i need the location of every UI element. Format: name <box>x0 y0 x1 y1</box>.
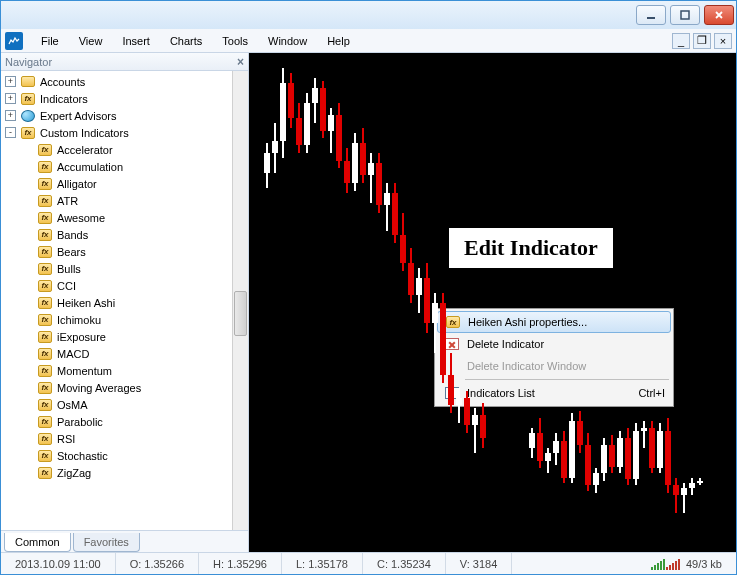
menu-item-properties[interactable]: fx Heiken Ashi properties... <box>437 311 671 333</box>
menu-tools[interactable]: Tools <box>212 32 258 50</box>
expand-icon[interactable]: + <box>5 93 16 104</box>
app-icon <box>5 32 23 50</box>
tree-item[interactable]: fxATR <box>1 192 232 209</box>
tree-item[interactable]: fxZigZag <box>1 464 232 481</box>
context-menu: fx Heiken Ashi properties... Delete Indi… <box>434 308 674 407</box>
tree-item[interactable]: fxiExposure <box>1 328 232 345</box>
tree-item[interactable]: fxOsMA <box>1 396 232 413</box>
scrollbar-thumb[interactable] <box>234 291 247 336</box>
menubar: File View Insert Charts Tools Window Hel… <box>1 29 736 53</box>
tree-item[interactable]: fxParabolic <box>1 413 232 430</box>
fx-icon: fx <box>37 296 53 310</box>
tree-item[interactable]: -fxCustom Indicators <box>1 124 232 141</box>
tree-item[interactable]: fxBands <box>1 226 232 243</box>
tree-item[interactable]: fxMoving Averages <box>1 379 232 396</box>
fx-icon: fx <box>20 126 36 140</box>
candle <box>553 441 559 453</box>
fx-icon: fx <box>37 177 53 191</box>
tree-item[interactable]: +fxIndicators <box>1 90 232 107</box>
tree-item-label: RSI <box>57 433 75 445</box>
candle <box>681 488 687 495</box>
navigator-header: Navigator × <box>1 53 248 71</box>
candle <box>432 303 438 323</box>
menu-item-delete-window: Delete Indicator Window <box>437 355 671 377</box>
tab-favorites[interactable]: Favorites <box>73 533 140 552</box>
candle <box>657 431 663 468</box>
tree-item[interactable]: fxHeiken Ashi <box>1 294 232 311</box>
menu-item-list-label: Indicators List <box>467 387 535 399</box>
tree-item[interactable]: fxMomentum <box>1 362 232 379</box>
candle <box>288 83 294 118</box>
tree-item-label: Heiken Ashi <box>57 297 115 309</box>
tree-item[interactable]: fxRSI <box>1 430 232 447</box>
tree-item-label: Accumulation <box>57 161 123 173</box>
menu-charts[interactable]: Charts <box>160 32 212 50</box>
tree-item[interactable]: fxMACD <box>1 345 232 362</box>
tree-item[interactable]: fxAlligator <box>1 175 232 192</box>
status-high: H: 1.35296 <box>199 553 282 574</box>
expand-icon[interactable]: + <box>5 76 16 87</box>
candle <box>609 445 615 467</box>
minimize-button[interactable] <box>636 5 666 25</box>
tree-item[interactable]: fxIchimoku <box>1 311 232 328</box>
candle <box>593 473 599 485</box>
candle <box>360 143 366 175</box>
candle <box>296 118 302 145</box>
tree-item[interactable]: fxBears <box>1 243 232 260</box>
candle <box>272 141 278 153</box>
candle <box>673 485 679 495</box>
tree-item[interactable]: fxCCI <box>1 277 232 294</box>
candle <box>320 88 326 131</box>
candle <box>456 398 462 405</box>
candle <box>585 445 591 485</box>
maximize-button[interactable] <box>670 5 700 25</box>
tree-item[interactable]: fxAccumulation <box>1 158 232 175</box>
candle <box>384 193 390 205</box>
candle <box>440 303 446 375</box>
tree-item-label: Expert Advisors <box>40 110 116 122</box>
fx-icon: fx <box>37 449 53 463</box>
tree-item[interactable]: +Accounts <box>1 73 232 90</box>
expand-icon[interactable]: - <box>5 127 16 138</box>
tree-item[interactable]: +Expert Advisors <box>1 107 232 124</box>
chart-area[interactable]: Edit Indicator fx Heiken Ashi properties… <box>249 53 736 552</box>
menu-item-indicators-list[interactable]: Indicators List Ctrl+I <box>437 382 671 404</box>
folder-icon <box>20 75 36 89</box>
mdi-close-button[interactable]: × <box>714 33 732 49</box>
tree-scrollbar[interactable] <box>232 71 248 530</box>
svg-rect-1 <box>681 11 689 19</box>
menu-help[interactable]: Help <box>317 32 360 50</box>
status-low: L: 1.35178 <box>282 553 363 574</box>
menu-view[interactable]: View <box>69 32 113 50</box>
status-volume: V: 3184 <box>446 553 513 574</box>
navigator-tree[interactable]: +Accounts+fxIndicators+Expert Advisors-f… <box>1 71 232 530</box>
fx-icon: fx <box>37 160 53 174</box>
tree-item[interactable]: fxAwesome <box>1 209 232 226</box>
expert-icon <box>20 109 36 123</box>
candle <box>392 193 398 235</box>
menu-insert[interactable]: Insert <box>112 32 160 50</box>
tree-item[interactable]: fxAccelerator <box>1 141 232 158</box>
menu-item-delete[interactable]: Delete Indicator <box>437 333 671 355</box>
mdi-minimize-button[interactable]: _ <box>672 33 690 49</box>
status-datetime: 2013.10.09 11:00 <box>1 553 116 574</box>
candle <box>633 431 639 479</box>
status-connection: 49/3 kb <box>637 553 736 574</box>
connection-bars-icon <box>651 558 680 570</box>
menu-window[interactable]: Window <box>258 32 317 50</box>
fx-icon: fx <box>37 398 53 412</box>
candle <box>545 453 551 461</box>
mdi-restore-button[interactable]: ❐ <box>693 33 711 49</box>
navigator-close-icon[interactable]: × <box>237 55 244 69</box>
menu-file[interactable]: File <box>31 32 69 50</box>
annotation-box: Edit Indicator <box>449 228 613 268</box>
tab-common[interactable]: Common <box>4 533 71 552</box>
tree-item[interactable]: fxStochastic <box>1 447 232 464</box>
candle <box>448 375 454 405</box>
tree-item-label: OsMA <box>57 399 88 411</box>
expand-icon[interactable]: + <box>5 110 16 121</box>
candle <box>480 415 486 438</box>
tree-item-label: CCI <box>57 280 76 292</box>
tree-item[interactable]: fxBulls <box>1 260 232 277</box>
close-button[interactable] <box>704 5 734 25</box>
